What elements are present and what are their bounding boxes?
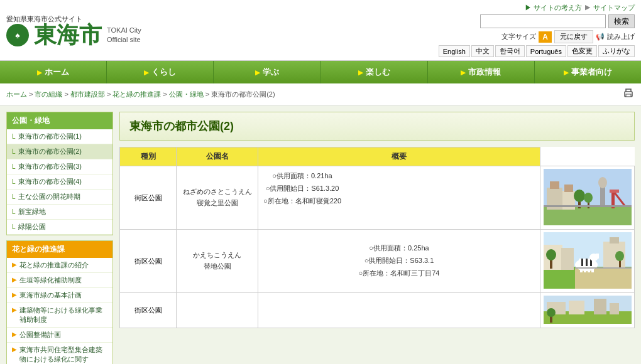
sidebar: 公園・緑地 L 東海市の都市公園(1) L 東海市の都市公園(2) L 東海市の… <box>6 112 113 364</box>
svg-point-17 <box>574 190 585 202</box>
svg-rect-38 <box>591 266 594 272</box>
park2-name: かえちこうえん替地公園 <box>177 230 258 293</box>
table-row: 街区公園 かえちこうえん替地公園 ○供用面積：0.25ha ○供用開始日：S63… <box>120 230 635 293</box>
svg-rect-49 <box>610 303 619 314</box>
park2-detail: ○供用面積：0.25ha ○供用開始日：S63.3.1 ○所在地：名和町三丁目7… <box>258 230 540 293</box>
col-type: 種別 <box>120 147 177 166</box>
sidebar-ikegaki[interactable]: ▶生垣等緑化補助制度 <box>7 273 112 288</box>
lang-portuguese[interactable]: Português <box>526 45 566 57</box>
sidebar-park2[interactable]: L 東海市の都市公園(2) <box>7 144 112 159</box>
breadcrumb-home[interactable]: ホーム <box>6 90 27 99</box>
search-input[interactable] <box>480 14 606 28</box>
logo-sub: TOKAI City Official site <box>107 26 141 44</box>
svg-rect-47 <box>569 301 584 314</box>
svg-rect-43 <box>575 267 632 269</box>
svg-rect-3 <box>626 94 631 97</box>
sep1: ▶ <box>585 3 590 13</box>
read-aloud-button[interactable]: 読み上げ <box>607 32 635 41</box>
header-left: 愛知県東海市公式サイト ♠ 東海市 TOKAI City Official si… <box>6 14 141 46</box>
logo-text: 東海市 <box>34 24 102 46</box>
svg-point-12 <box>598 177 607 188</box>
sidebar-kyodojutaku[interactable]: ▶東海市共同住宅型集合建築物における緑化に関す <box>7 343 112 364</box>
breadcrumb-dept[interactable]: 都市建設部 <box>70 90 105 99</box>
park1-type: 街区公園 <box>120 166 177 230</box>
lang-english[interactable]: English <box>439 45 470 57</box>
nav-home[interactable]: ▶ホーム <box>0 61 107 83</box>
svg-text:♠: ♠ <box>15 30 20 40</box>
font-size-label: 文字サイズ <box>501 32 536 41</box>
content: 東海市の都市公園(2) 種別 公園名 概要 街区公園 ねざめのさとこうえん寝覚之… <box>119 112 635 364</box>
park1-image-cell <box>540 166 635 230</box>
svg-point-19 <box>584 193 593 203</box>
svg-rect-37 <box>588 266 590 272</box>
sidebar-park3[interactable]: L 東海市の都市公園(3) <box>7 159 112 174</box>
sidebar-hana-section: 花と緑の推進課 ▶花と緑の推進課の紹介 ▶生垣等緑化補助制度 ▶東海市緑の基本計… <box>6 240 113 364</box>
svg-point-42 <box>615 251 624 261</box>
sidebar-park1[interactable]: L 東海市の都市公園(1) <box>7 129 112 144</box>
park1-info: ○供用面積：0.21ha ○供用開始日：S61.3.20 ○所在地：名和町寝覚2… <box>263 170 341 207</box>
nav-shisei[interactable]: ▶市政情報 <box>428 61 535 83</box>
breadcrumb-org[interactable]: 市の組織 <box>35 90 62 99</box>
sidebar-park4[interactable]: L 東海市の都市公園(4) <box>7 174 112 190</box>
park3-image-cell <box>540 293 635 328</box>
table-row: 街区公園 ねざめのさとこうえん寝覚之里公園 ○供用面積：0.21ha ○供用開始… <box>120 166 635 230</box>
svg-rect-8 <box>550 181 559 189</box>
park3-type: 街区公園 <box>120 293 177 328</box>
svg-rect-35 <box>580 266 583 272</box>
svg-point-40 <box>546 249 556 260</box>
breadcrumb-park[interactable]: 公園・緑地 <box>169 90 204 99</box>
main: 公園・緑地 L 東海市の都市公園(1) L 東海市の都市公園(2) L 東海市の… <box>0 105 641 364</box>
breadcrumb: ホーム > 市の組織 > 都市建設部 > 花と緑の推進課 > 公園・緑地 > 東… <box>0 83 641 105</box>
page-title-box: 東海市の都市公園(2) <box>119 112 635 141</box>
sidebar-ryokuyo[interactable]: L 緑陽公園 <box>7 220 112 235</box>
sidebar-seibi[interactable]: ▶公園整備計画 <box>7 328 112 343</box>
svg-rect-15 <box>610 190 619 193</box>
top-links: ▶ サイトの考え方 ▶ サイトマップ <box>525 3 635 13</box>
nav: ▶ホーム ▶くらし ▶学ぶ ▶楽しむ ▶市政情報 ▶事業者向け <box>0 61 641 83</box>
sitemap-link[interactable]: サイトマップ <box>593 3 635 13</box>
page-title: 東海市の都市公園(2) <box>129 119 625 134</box>
lang-chinese[interactable]: 中文 <box>471 45 494 57</box>
sidebar-ryokka[interactable]: ▶建築物等における緑化事業補助制度 <box>7 303 112 328</box>
font-size-button[interactable]: A <box>539 31 552 43</box>
sidebar-park-title: 公園・緑地 <box>7 112 112 129</box>
nav-manabu[interactable]: ▶学ぶ <box>214 61 320 83</box>
nav-tanoshimu[interactable]: ▶楽しむ <box>321 61 428 83</box>
col-name: 公園名 <box>177 147 258 166</box>
sidebar-hana-intro[interactable]: ▶花と緑の推進課の紹介 <box>7 258 112 273</box>
svg-rect-30 <box>581 259 583 266</box>
park1-name: ねざめのさとこうえん寝覚之里公園 <box>177 166 258 230</box>
back-button[interactable]: 元に戻す <box>554 30 593 43</box>
logo-icon: ♠ <box>6 24 29 46</box>
park-table: 種別 公園名 概要 街区公園 ねざめのさとこうえん寝覚之里公園 ○供用面積：0.… <box>119 147 635 328</box>
search-button[interactable]: 検索 <box>608 14 635 28</box>
park2-info: ○供用面積：0.25ha ○供用開始日：S63.3.1 ○所在地：名和町三丁目7… <box>263 242 535 279</box>
sidebar-shinpo[interactable]: L 新宝緑地 <box>7 205 112 220</box>
park2-type: 街区公園 <box>120 230 177 293</box>
svg-rect-23 <box>575 269 632 289</box>
park2-image-cell <box>540 230 635 293</box>
svg-rect-31 <box>586 259 588 266</box>
svg-rect-48 <box>594 299 606 314</box>
breadcrumb-hana[interactable]: 花と緑の推進課 <box>112 90 161 99</box>
svg-rect-27 <box>610 237 619 244</box>
nav-jigyosha[interactable]: ▶事業者向け <box>535 61 641 83</box>
sidebar-kihon[interactable]: ▶東海市緑の基本計画 <box>7 288 112 303</box>
lang-korean[interactable]: 한국어 <box>495 45 525 57</box>
site-concept-link[interactable]: ▶ サイトの考え方 <box>525 3 582 13</box>
park1-detail: ○供用面積：0.21ha ○供用開始日：S61.3.20 ○所在地：名和町寝覚2… <box>258 166 540 211</box>
read-aloud-icon: 📢 <box>596 33 605 41</box>
sidebar-hana-title: 花と緑の推進課 <box>7 241 112 258</box>
print-button[interactable] <box>622 87 635 101</box>
svg-point-51 <box>547 308 556 317</box>
color-change-button[interactable]: 色変更 <box>567 45 597 57</box>
park3-detail <box>258 293 540 328</box>
svg-rect-36 <box>584 266 586 272</box>
svg-rect-34 <box>596 254 599 259</box>
sidebar-park-section: 公園・緑地 L 東海市の都市公園(1) L 東海市の都市公園(2) L 東海市の… <box>6 112 113 235</box>
lang-row: English 中文 한국어 Português 色変更 ふりがな <box>439 45 635 57</box>
furigana-button[interactable]: ふりがな <box>598 45 635 57</box>
col-overview: 概要 <box>258 147 540 166</box>
nav-kurashi[interactable]: ▶くらし <box>107 61 214 83</box>
sidebar-kaika[interactable]: L 主な公園の開花時期 <box>7 190 112 205</box>
